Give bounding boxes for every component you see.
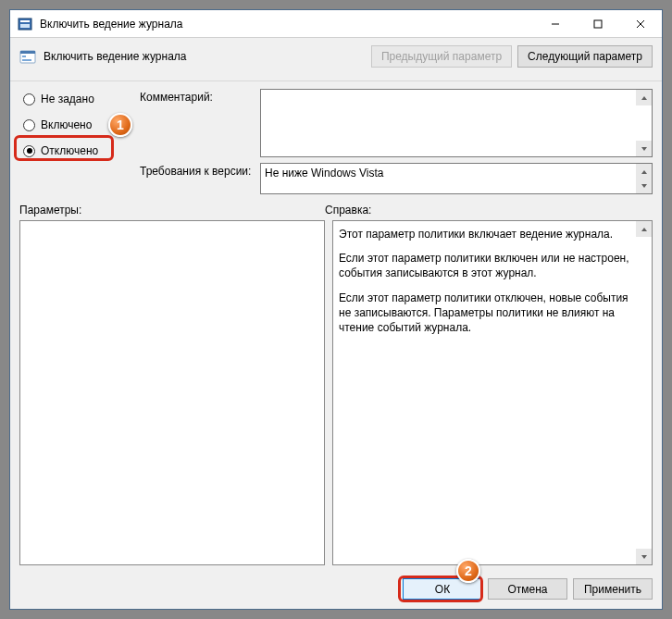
scroll-down-icon[interactable]	[636, 141, 652, 156]
comment-label: Комментарий:	[140, 91, 260, 104]
svg-rect-4	[594, 20, 602, 28]
panes: Этот параметр политики включает ведение …	[10, 220, 662, 571]
dialog-buttons: ОК Отмена Применить 2	[10, 571, 662, 609]
next-setting-button[interactable]: Следующий параметр	[517, 45, 653, 68]
options-pane[interactable]	[19, 220, 325, 565]
scroll-down-icon[interactable]	[636, 549, 652, 564]
dialog-window: Включить ведение журнала Включить ведени…	[9, 9, 663, 610]
policy-icon	[19, 48, 36, 65]
comment-textarea[interactable]	[260, 89, 653, 157]
svg-rect-10	[22, 59, 31, 61]
radio-disabled[interactable]: Отключено	[19, 142, 140, 159]
help-paragraph: Если этот параметр политики отключен, но…	[339, 291, 635, 336]
window-controls	[534, 10, 662, 37]
radio-label: Включено	[41, 118, 92, 131]
radio-label: Отключено	[41, 144, 98, 157]
settings-row: Не задано Включено Отключено 1 Комментар…	[10, 81, 662, 198]
app-icon	[18, 17, 32, 31]
scroll-down-icon[interactable]	[636, 178, 652, 193]
help-text: Этот параметр политики включает ведение …	[339, 227, 635, 335]
requirements-textarea[interactable]: Не ниже Windows Vista	[260, 163, 653, 194]
policy-name-label: Включить ведение журнала	[44, 50, 366, 63]
radio-label: Не задано	[41, 93, 94, 105]
maximize-button[interactable]	[577, 10, 619, 37]
radio-enabled[interactable]: Включено	[19, 117, 140, 133]
radio-not-configured[interactable]: Не задано	[19, 91, 140, 107]
svg-rect-1	[20, 20, 30, 22]
radio-icon	[23, 93, 35, 105]
radio-icon	[23, 145, 35, 157]
svg-rect-9	[22, 56, 26, 57]
window-title: Включить ведение журнала	[40, 18, 534, 31]
radio-group: Не задано Включено Отключено 1	[19, 85, 140, 194]
minimize-button[interactable]	[534, 10, 577, 37]
ok-button[interactable]: ОК	[403, 578, 482, 600]
svg-rect-8	[20, 51, 35, 54]
cancel-button[interactable]: Отмена	[488, 578, 567, 600]
help-paragraph: Этот параметр политики включает ведение …	[339, 227, 635, 241]
radio-icon	[23, 119, 35, 131]
titlebar: Включить ведение журнала	[10, 10, 662, 38]
help-pane[interactable]: Этот параметр политики включает ведение …	[332, 220, 653, 565]
close-button[interactable]	[619, 10, 662, 37]
pane-labels: Параметры: Справка:	[10, 198, 662, 220]
previous-setting-button: Предыдущий параметр	[371, 45, 512, 68]
scroll-up-icon[interactable]	[636, 221, 652, 237]
requirements-label: Требования к версии:	[140, 165, 260, 178]
requirements-value: Не ниже Windows Vista	[265, 167, 384, 180]
help-paragraph: Если этот параметр политики включен или …	[339, 251, 635, 280]
field-labels: Комментарий: Требования к версии:	[140, 85, 260, 194]
scroll-up-icon[interactable]	[636, 90, 652, 105]
apply-button[interactable]: Применить	[573, 578, 653, 600]
help-label: Справка:	[325, 204, 371, 217]
options-label: Параметры:	[19, 204, 325, 217]
header-row: Включить ведение журнала Предыдущий пара…	[10, 38, 662, 81]
svg-rect-2	[20, 24, 30, 28]
content-area: Включить ведение журнала Предыдущий пара…	[10, 38, 662, 609]
field-inputs: Не ниже Windows Vista	[260, 85, 653, 194]
